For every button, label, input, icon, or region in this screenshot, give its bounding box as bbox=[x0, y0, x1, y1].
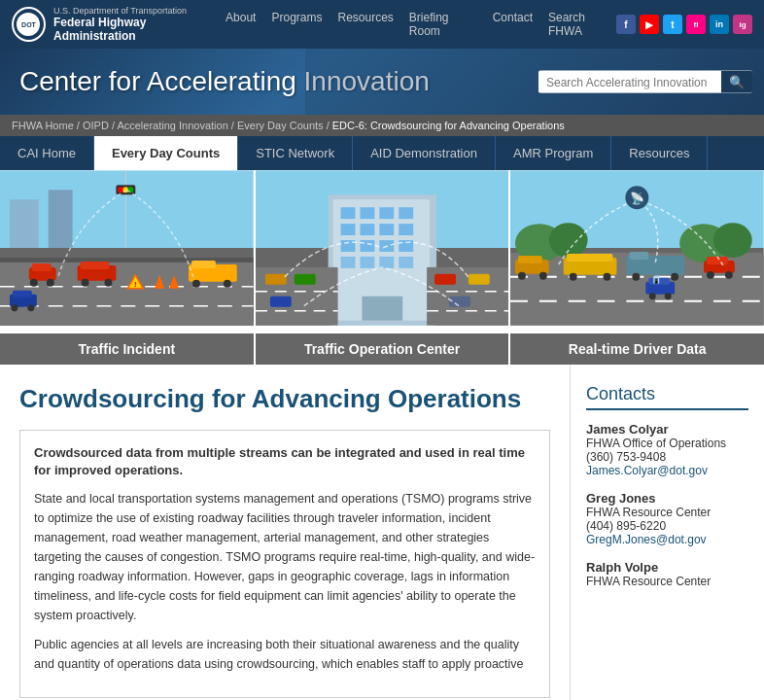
svg-point-11 bbox=[30, 279, 38, 287]
svg-rect-86 bbox=[630, 252, 649, 260]
nav-about[interactable]: About bbox=[226, 11, 256, 38]
svg-point-96 bbox=[665, 293, 672, 299]
svg-point-12 bbox=[47, 279, 54, 287]
nav-cai-home[interactable]: CAI Home bbox=[0, 136, 94, 170]
breadcrumb: FHWA Home / OIPD / Accelerating Innovati… bbox=[0, 115, 764, 136]
panel-2-caption: Traffic Operation Center bbox=[256, 333, 509, 365]
svg-point-92 bbox=[725, 271, 733, 279]
search-box: 🔍 bbox=[538, 71, 752, 93]
flickr-icon[interactable]: fl bbox=[686, 15, 706, 34]
svg-point-20 bbox=[27, 304, 34, 311]
twitter-icon[interactable]: t bbox=[663, 15, 682, 34]
svg-rect-51 bbox=[340, 257, 355, 268]
nav-contact[interactable]: Contact bbox=[493, 11, 533, 38]
svg-point-33 bbox=[127, 187, 133, 192]
svg-rect-54 bbox=[399, 257, 413, 268]
breadcrumb-edc[interactable]: Every Day Counts bbox=[237, 120, 324, 131]
nav-every-day-counts[interactable]: Every Day Counts bbox=[94, 136, 238, 170]
top-nav-links: About Programs Resources Briefing Room C… bbox=[226, 11, 616, 38]
svg-point-79 bbox=[518, 272, 526, 280]
contact-org-3: FHWA Resource Center bbox=[586, 575, 748, 588]
contact-email-2: GregM.Jones@dot.gov bbox=[586, 533, 748, 546]
svg-rect-26 bbox=[191, 261, 216, 268]
svg-rect-66 bbox=[469, 274, 490, 285]
contact-email-1: James.Colyar@dot.gov bbox=[586, 464, 748, 477]
svg-point-27 bbox=[192, 280, 200, 288]
svg-point-83 bbox=[570, 273, 577, 281]
contact-phone-1: (360) 753-9408 bbox=[586, 450, 748, 464]
intro-bold-text: Crowdsourced data from multiple streams … bbox=[34, 444, 536, 479]
svg-point-95 bbox=[649, 293, 656, 299]
paragraph-1: State and local transportation systems m… bbox=[34, 489, 536, 625]
page-title: Crowdsourcing for Advancing Operations bbox=[19, 384, 550, 414]
search-button[interactable]: 🔍 bbox=[721, 71, 752, 93]
svg-rect-62 bbox=[265, 274, 287, 285]
svg-rect-46 bbox=[399, 224, 413, 235]
nav-aid-demonstration[interactable]: AID Demonstration bbox=[353, 136, 496, 170]
svg-rect-14 bbox=[81, 262, 110, 269]
svg-rect-18 bbox=[13, 291, 32, 298]
svg-text:📡: 📡 bbox=[630, 191, 644, 205]
svg-rect-40 bbox=[360, 207, 374, 219]
svg-point-80 bbox=[539, 272, 547, 280]
svg-point-16 bbox=[104, 279, 112, 287]
breadcrumb-current: EDC-6: Crowdsourcing for Advancing Opera… bbox=[332, 120, 565, 131]
nav-search[interactable]: Search FHWA bbox=[548, 11, 616, 38]
svg-text:!: ! bbox=[134, 280, 137, 289]
hero-banner: Center for Accelerating Innovation 🔍 bbox=[0, 49, 764, 115]
svg-rect-41 bbox=[379, 207, 394, 219]
svg-point-87 bbox=[633, 273, 641, 281]
top-navigation: DOT U.S. Department of Transportation Fe… bbox=[0, 0, 764, 49]
agency-name: U.S. Department of Transportation Federa… bbox=[53, 6, 226, 43]
svg-rect-45 bbox=[379, 224, 394, 235]
breadcrumb-oipd[interactable]: OIPD bbox=[83, 120, 109, 131]
instagram-icon[interactable]: ig bbox=[733, 15, 752, 34]
breadcrumb-accelerating[interactable]: Accelerating Innovation bbox=[117, 120, 227, 131]
panel-1-caption: Traffic Incident bbox=[0, 333, 254, 365]
svg-point-19 bbox=[11, 304, 17, 311]
svg-rect-78 bbox=[518, 256, 542, 263]
contact-name-3: Ralph Volpe bbox=[586, 560, 748, 575]
dot-logo-icon: DOT bbox=[12, 7, 46, 42]
panel-driver-data: 📡 📱 Real-time Driver Data bbox=[508, 170, 764, 365]
nav-programs[interactable]: Programs bbox=[271, 11, 322, 38]
contact-phone-2: (404) 895-6220 bbox=[586, 519, 748, 533]
contact-greg-jones: Greg Jones FHWA Resource Center (404) 89… bbox=[586, 491, 748, 546]
nav-resources[interactable]: Resources bbox=[611, 136, 708, 170]
facebook-icon[interactable]: f bbox=[616, 15, 636, 34]
panel-3-caption: Real-time Driver Data bbox=[510, 333, 764, 365]
nav-amr-program[interactable]: AMR Program bbox=[496, 136, 611, 170]
svg-rect-42 bbox=[399, 207, 413, 219]
svg-rect-52 bbox=[360, 257, 374, 268]
nav-resources[interactable]: Resources bbox=[337, 11, 393, 38]
nav-stic-network[interactable]: STIC Network bbox=[238, 136, 353, 170]
content-wrapper: Crowdsourcing for Advancing Operations C… bbox=[0, 365, 764, 700]
contact-name-2: Greg Jones bbox=[586, 491, 748, 506]
svg-rect-43 bbox=[340, 224, 355, 235]
svg-rect-64 bbox=[270, 297, 292, 307]
svg-rect-53 bbox=[379, 257, 394, 268]
svg-point-76 bbox=[713, 223, 752, 258]
breadcrumb-fhwa-home[interactable]: FHWA Home bbox=[12, 120, 74, 131]
contact-name-1: James Colyar bbox=[586, 422, 748, 437]
youtube-icon[interactable]: ▶ bbox=[640, 15, 659, 34]
main-content: Crowdsourcing for Advancing Operations C… bbox=[0, 365, 570, 700]
contact-org-1: FHWA Office of Operations bbox=[586, 437, 748, 450]
linkedin-icon[interactable]: in bbox=[710, 15, 729, 34]
nav-briefing[interactable]: Briefing Room bbox=[409, 11, 477, 38]
svg-point-74 bbox=[549, 223, 588, 258]
svg-rect-65 bbox=[434, 274, 456, 285]
search-input[interactable] bbox=[538, 71, 721, 92]
svg-point-84 bbox=[604, 273, 611, 281]
svg-rect-48 bbox=[360, 240, 374, 252]
svg-rect-82 bbox=[567, 254, 613, 262]
paragraph-2: Public agencies at all levels are increa… bbox=[34, 635, 536, 674]
social-links: f ▶ t fl in ig bbox=[616, 15, 752, 34]
main-navigation: CAI Home Every Day Counts STIC Network A… bbox=[0, 136, 764, 170]
contact-org-2: FHWA Resource Center bbox=[586, 506, 748, 519]
intro-box: Crowdsourced data from multiple streams … bbox=[19, 430, 550, 698]
svg-point-91 bbox=[707, 271, 714, 279]
svg-point-88 bbox=[672, 273, 679, 281]
agency-logo: DOT U.S. Department of Transportation Fe… bbox=[12, 6, 226, 43]
svg-rect-10 bbox=[32, 263, 52, 271]
